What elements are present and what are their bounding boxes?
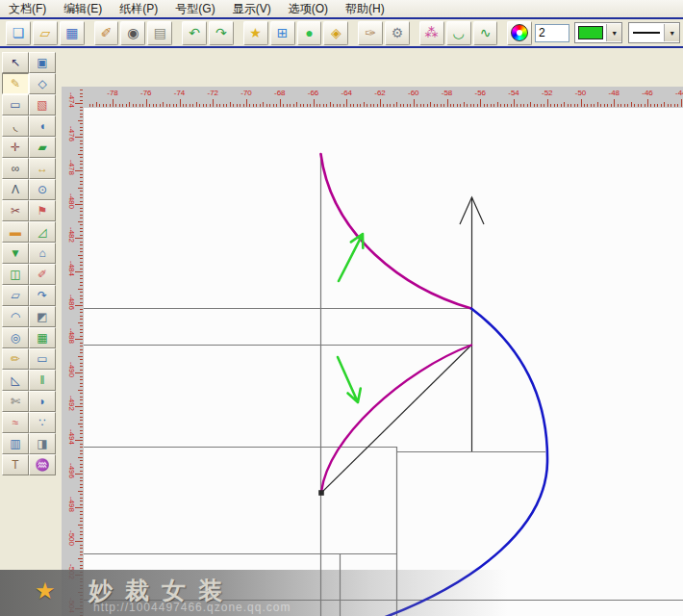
pleats-tool[interactable]: ♒ bbox=[29, 454, 56, 475]
machine-button[interactable]: ⚙ bbox=[385, 21, 410, 45]
triangle-ruler-tool[interactable]: ◺ bbox=[2, 370, 29, 391]
ruler-tick bbox=[80, 292, 83, 293]
ruler-tick bbox=[136, 104, 137, 107]
ruler-tick bbox=[547, 99, 548, 107]
ruler-tick bbox=[80, 278, 83, 279]
menu-item-pattern[interactable]: 纸样(P) bbox=[111, 0, 166, 17]
bottle-tool[interactable]: ‖ bbox=[29, 370, 56, 391]
plotter-button[interactable]: ▤ bbox=[147, 21, 172, 45]
ruler-tick bbox=[216, 104, 217, 107]
ruler-tick bbox=[453, 104, 454, 107]
chalk-tool[interactable]: ▬ bbox=[2, 221, 29, 243]
spiral-tool[interactable]: ◎ bbox=[2, 327, 29, 348]
seam-grid-tool[interactable]: ▥ bbox=[2, 433, 29, 454]
marker-tool[interactable]: ✐ bbox=[29, 264, 56, 285]
compass-tool[interactable]: Λ bbox=[2, 179, 29, 200]
ruler-tick bbox=[263, 102, 264, 107]
measure-tool[interactable]: ↔ bbox=[29, 158, 56, 179]
bag-tool[interactable]: ▼ bbox=[2, 243, 29, 264]
ruler-tick bbox=[280, 99, 281, 107]
rectangle-tool[interactable]: ▭ bbox=[2, 94, 29, 116]
line-width-input[interactable] bbox=[535, 24, 569, 42]
pleat-skirt-tool[interactable]: ◠ bbox=[2, 306, 29, 327]
color-wheel-button[interactable] bbox=[507, 21, 532, 45]
ruler-tick bbox=[80, 325, 83, 326]
curve-button[interactable]: ◡ bbox=[446, 21, 471, 45]
menu-item-size[interactable]: 号型(G) bbox=[166, 0, 223, 17]
color-select[interactable]: ▼ bbox=[574, 22, 622, 43]
pieces-tool[interactable]: ◨ bbox=[29, 433, 56, 454]
canvas[interactable] bbox=[84, 108, 683, 616]
stitch-tool[interactable]: ≈ bbox=[2, 412, 29, 433]
sewing-machine-tool[interactable]: ⌂ bbox=[29, 243, 56, 264]
line-style-select[interactable]: ▼ bbox=[628, 22, 680, 43]
menu-item-help[interactable]: 帮助(H) bbox=[337, 0, 393, 17]
vertical-ruler: -474-476-478-480-482-484-486-488-490-492… bbox=[62, 87, 85, 616]
ruler-tick bbox=[618, 104, 619, 107]
ruler-tick bbox=[514, 99, 515, 107]
scatter-chart-icon: ⁂ bbox=[425, 26, 439, 39]
menu-item-edit[interactable]: 编辑(E) bbox=[55, 0, 111, 17]
save-button[interactable]: ▦ bbox=[60, 21, 85, 45]
ruler-tick bbox=[80, 114, 83, 115]
ruler-tick bbox=[677, 104, 678, 107]
redo-button[interactable]: ↷ bbox=[209, 21, 234, 45]
chevron-down-icon[interactable]: ▼ bbox=[664, 24, 679, 41]
point-cross-tool[interactable]: ✛ bbox=[2, 137, 29, 158]
menu-item-options[interactable]: 选项(O) bbox=[280, 0, 337, 17]
box-select-tool[interactable]: ▣ bbox=[29, 52, 56, 73]
ruler-tick bbox=[80, 498, 83, 499]
cursor-tool[interactable]: ↖ bbox=[2, 52, 29, 73]
color-wheel-center bbox=[517, 30, 522, 36]
new-document-button[interactable]: ❏ bbox=[6, 21, 31, 45]
ruler-tick bbox=[80, 504, 83, 505]
pattern-shape-tool[interactable]: ◖ bbox=[29, 116, 56, 137]
frame-tool[interactable]: ▭ bbox=[29, 348, 56, 370]
pattern-piece-button[interactable]: ● bbox=[297, 21, 322, 45]
plot-pen-button[interactable]: ✐ bbox=[94, 21, 119, 45]
dart-tool[interactable]: ↷ bbox=[29, 285, 56, 306]
flag-tool[interactable]: ⚑ bbox=[29, 200, 56, 221]
paired-piece-tool[interactable]: ◫ bbox=[2, 264, 29, 285]
button-tool[interactable]: ⊙ bbox=[29, 179, 56, 200]
glasses-tool[interactable]: ∞ bbox=[2, 158, 29, 179]
menu-item-view[interactable]: 显示(V) bbox=[224, 0, 280, 17]
h-ruler-label: -60 bbox=[408, 89, 419, 97]
window-grid-button[interactable]: ⊞ bbox=[270, 21, 295, 45]
menu-item-file[interactable]: 文档(F) bbox=[0, 0, 55, 17]
wave-button[interactable]: ∿ bbox=[473, 21, 498, 45]
grading-ruler-tool[interactable]: ▰ bbox=[29, 137, 56, 158]
text-tool[interactable]: T bbox=[2, 454, 29, 475]
ruler-tick bbox=[78, 525, 83, 526]
brush2-tool[interactable]: ✏ bbox=[2, 348, 29, 370]
ruler-tick bbox=[103, 104, 104, 107]
ruler-tick bbox=[80, 143, 83, 144]
photo-button[interactable]: ◉ bbox=[120, 21, 145, 45]
point-line-button[interactable]: ★ bbox=[243, 21, 268, 45]
table-tool[interactable]: ▦ bbox=[29, 327, 56, 348]
ruler-tick bbox=[80, 548, 83, 549]
ruler-tick bbox=[383, 104, 384, 107]
shoe-tool[interactable]: ∵ bbox=[29, 412, 56, 433]
garment-tool[interactable]: ◩ bbox=[29, 306, 56, 327]
iron-tool[interactable]: ◗ bbox=[29, 391, 56, 412]
bag-lock-button[interactable]: ◈ bbox=[323, 21, 348, 45]
fabric-fold-tool[interactable]: ▱ bbox=[2, 285, 29, 306]
seam-piece-tool[interactable]: ▧ bbox=[29, 94, 56, 116]
ruler-tick bbox=[337, 104, 338, 107]
chevron-down-icon[interactable]: ▼ bbox=[606, 24, 621, 41]
brush-button[interactable]: ✑ bbox=[358, 21, 383, 45]
set-square-tool[interactable]: ◿ bbox=[29, 221, 56, 243]
ruler-tick bbox=[80, 309, 83, 310]
open-button[interactable]: ▱ bbox=[33, 21, 58, 45]
corner-curve-tool[interactable]: ◟ bbox=[2, 116, 29, 137]
undo-button[interactable]: ↶ bbox=[182, 21, 207, 45]
ruler-tick bbox=[520, 104, 521, 107]
cut-tool[interactable]: ✄ bbox=[2, 391, 29, 412]
scissors-tool[interactable]: ✂ bbox=[2, 200, 29, 221]
ruler-tick bbox=[500, 104, 501, 107]
pocket-tool[interactable]: ◇ bbox=[29, 73, 56, 94]
scatter-button[interactable]: ⁂ bbox=[419, 21, 444, 45]
ruler-tick bbox=[441, 104, 442, 107]
pencil-tool[interactable]: ✎ bbox=[2, 73, 29, 94]
